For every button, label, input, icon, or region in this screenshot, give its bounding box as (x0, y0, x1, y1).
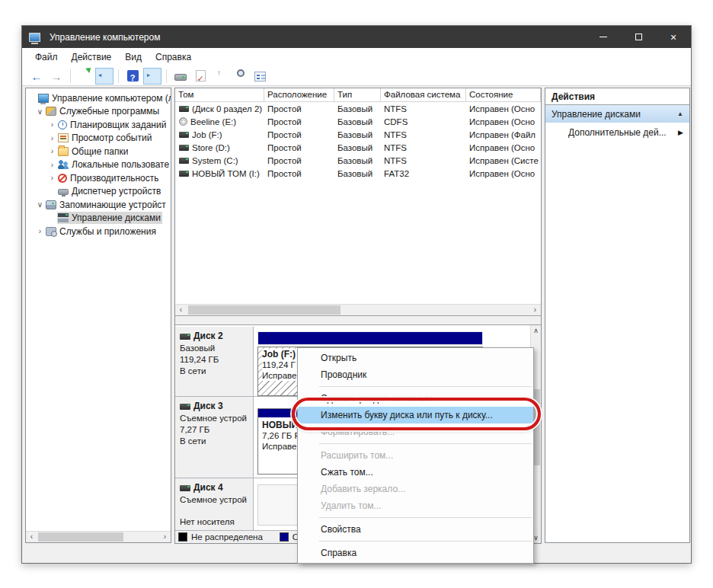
disk-3-status: В сети (180, 436, 250, 447)
tree-item[interactable]: ∨ Запоминающие устройст (26, 198, 171, 212)
toolbar-button[interactable] (231, 68, 249, 85)
column-header[interactable]: Файловая система (381, 88, 466, 101)
tree-horizontal-scrollbar[interactable]: ‹ › (26, 531, 171, 542)
context-menu-item[interactable]: Открыть (298, 350, 533, 366)
tree-expander-icon[interactable]: › (47, 174, 57, 182)
volume-row[interactable]: (Диск 0 раздел 2) Простой Базовый NTFS И… (175, 102, 541, 115)
toolbar-button[interactable] (123, 68, 142, 85)
scroll-up-icon[interactable]: ∧ (531, 325, 541, 336)
scroll-right-icon[interactable]: › (529, 305, 541, 315)
toolbar-button[interactable] (251, 68, 269, 85)
context-menu-item[interactable]: Сжать том... (298, 464, 533, 481)
tree-item-icon (46, 227, 56, 236)
tree-item[interactable]: › Службы и приложения (26, 225, 171, 238)
volume-table-body: (Диск 0 раздел 2) Простой Базовый NTFS И… (175, 102, 541, 180)
actions-more-item[interactable]: Дополнительные дей... ▶ (545, 123, 689, 142)
menu-item[interactable]: Вид (118, 48, 149, 66)
volume-row[interactable]: НОВЫЙ ТОМ (I:) Простой Базовый FAT32 Исп… (175, 167, 541, 180)
tree-expander-icon[interactable]: ∨ (35, 200, 45, 209)
toolbar-button[interactable] (115, 68, 122, 85)
minimize-button[interactable] (586, 26, 621, 48)
tree-expander-icon[interactable]: › (47, 134, 57, 142)
context-menu-item[interactable]: Справка (298, 545, 533, 561)
column-header[interactable]: Тип (334, 88, 381, 101)
tree-expander-icon[interactable]: ∨ (35, 107, 45, 116)
disk-icon (180, 334, 190, 340)
column-header[interactable]: Расположение (264, 88, 334, 101)
volume-layout: Простой (264, 104, 334, 113)
toolbar-icon (214, 70, 226, 82)
scroll-left-icon[interactable]: ‹ (175, 305, 187, 315)
close-button[interactable]: × (656, 26, 691, 48)
tree-item[interactable]: › Общие папки (26, 145, 171, 158)
tree-item[interactable]: Диспетчер устройств (26, 185, 171, 199)
toolbar-button[interactable] (75, 68, 94, 85)
toolbar-button[interactable] (95, 68, 114, 85)
volume-status: Исправен (Осно (466, 117, 541, 126)
volume-row[interactable]: Job (F:) Простой Базовый NTFS Исправен (… (175, 128, 541, 141)
scroll-right-icon[interactable]: › (159, 532, 171, 542)
tree-item[interactable]: › Производительность (26, 171, 171, 185)
volume-type: Базовый (334, 169, 381, 178)
disk-3-type: Съемное устрой (180, 413, 250, 424)
volume-horizontal-scrollbar[interactable]: ‹ › (175, 304, 541, 315)
tree-item[interactable]: Управление дисками (26, 212, 171, 225)
tree-item[interactable]: › Локальные пользовате (26, 158, 171, 172)
toolbar-button[interactable] (67, 68, 74, 85)
context-menu-item[interactable]: Проводник (298, 366, 533, 383)
tree-item-icon (58, 133, 69, 142)
maximize-button[interactable] (621, 26, 656, 48)
menubar: ФайлДействиеВидСправка (22, 48, 691, 66)
tree-expander-icon[interactable]: › (47, 120, 57, 129)
context-menu-item[interactable]: Удалить том... (298, 497, 533, 514)
volume-row[interactable]: Beeline (E:) Простой Базовый CDFS Исправ… (175, 115, 541, 128)
menu-item[interactable]: Действие (65, 48, 119, 66)
volume-layout: Простой (264, 143, 334, 152)
scrollbar-thumb[interactable] (188, 305, 341, 315)
pane-splitter[interactable] (175, 316, 541, 324)
volume-filesystem: NTFS (381, 130, 466, 139)
disk-3-label[interactable]: Диск 3 Съемное устрой 7,27 ГБ В сети (175, 397, 254, 478)
context-menu-item[interactable]: Добавить зеркало... (298, 481, 533, 497)
volume-layout: Простой (264, 130, 334, 139)
menu-item[interactable]: Справка (149, 48, 198, 66)
collapse-icon[interactable]: ▲ (677, 110, 683, 117)
toolbar-button[interactable] (211, 68, 229, 85)
actions-header: Действия (545, 88, 689, 105)
menu-item[interactable]: Файл (28, 48, 65, 66)
volume-table-header: ТомРасположениеТипФайловая системаСостоя… (175, 88, 541, 102)
tree-item[interactable]: › Планировщик заданий (26, 118, 171, 132)
tree-expander-icon[interactable]: › (47, 147, 57, 155)
scrollbar-thumb[interactable] (38, 532, 123, 542)
tree-expander-icon[interactable]: › (47, 161, 57, 169)
tree-item[interactable]: › Просмотр событий (26, 132, 171, 145)
context-menu-item[interactable]: Расширить том... (298, 447, 533, 464)
tree-item[interactable]: ∨ Служебные программы (26, 105, 171, 119)
column-header[interactable]: Состояние (466, 88, 541, 101)
disk-2-label[interactable]: Диск 2 Базовый 119,24 ГБ В сети (175, 327, 254, 396)
toolbar-button[interactable] (171, 68, 190, 85)
console-tree: Управление компьютером (л ∨ Служебные пр… (26, 88, 171, 238)
scroll-left-icon[interactable]: ‹ (26, 532, 37, 542)
tree-item[interactable]: Управление компьютером (л (26, 91, 171, 105)
actions-section-disk-management[interactable]: Управление дисками ▲ (545, 105, 689, 123)
toolbar-button[interactable] (47, 68, 66, 85)
column-header[interactable]: Том (175, 88, 264, 101)
tree-item-icon (46, 200, 56, 209)
partition-bar-partial[interactable] (257, 331, 483, 345)
toolbar (22, 66, 691, 86)
toolbar-button[interactable] (27, 68, 46, 85)
tree-expander-icon[interactable]: › (35, 227, 45, 235)
toolbar-button[interactable] (143, 68, 161, 85)
volume-row[interactable]: System (C:) Простой Базовый NTFS Исправе… (175, 154, 541, 167)
disk-4-label[interactable]: Диск 4 Съемное устрой Нет носителя (175, 478, 254, 531)
tree-item-label: Диспетчер устройств (72, 186, 161, 197)
toolbar-button[interactable] (163, 68, 170, 85)
context-menu-item[interactable]: Свойства (298, 521, 533, 538)
toolbar-icon (166, 69, 167, 83)
volume-row[interactable]: Store (D:) Простой Базовый NTFS Исправен… (175, 141, 541, 154)
annotation-highlight-ring (292, 398, 541, 430)
volume-status: Исправен (Осно (466, 143, 541, 152)
tree-item-label: Управление компьютером (л (52, 93, 171, 104)
toolbar-button[interactable] (191, 68, 209, 85)
